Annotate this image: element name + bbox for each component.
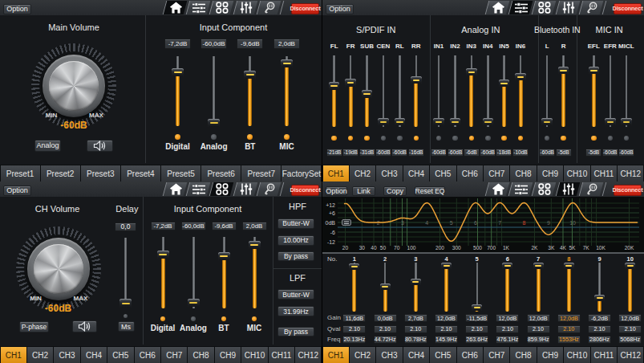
- svg-text:6: 6: [474, 220, 477, 226]
- svg-text:3K: 3K: [548, 245, 555, 251]
- svg-text:2K: 2K: [531, 245, 538, 251]
- svg-text:1K: 1K: [503, 245, 510, 251]
- svg-text:20K: 20K: [625, 245, 634, 251]
- svg-text:-6: -6: [330, 230, 335, 235]
- svg-text:200: 200: [435, 245, 444, 251]
- svg-text:7: 7: [498, 220, 501, 226]
- svg-text:-12: -12: [327, 239, 335, 245]
- svg-text:8: 8: [523, 220, 526, 226]
- svg-text:0dB: 0dB: [326, 220, 336, 226]
- svg-text:70: 70: [394, 245, 400, 251]
- svg-text:30: 30: [359, 245, 366, 251]
- svg-text:20: 20: [342, 245, 349, 251]
- svg-text:50: 50: [380, 245, 387, 251]
- svg-text:4K: 4K: [560, 245, 567, 251]
- svg-text:5: 5: [450, 220, 453, 226]
- svg-text:9: 9: [547, 220, 550, 226]
- svg-text:+12: +12: [326, 202, 335, 208]
- svg-text:300: 300: [452, 245, 461, 251]
- svg-text:10K: 10K: [596, 245, 606, 251]
- svg-text:10: 10: [569, 220, 576, 226]
- svg-text:4: 4: [425, 220, 428, 226]
- svg-text:7K: 7K: [583, 245, 590, 251]
- svg-text:3: 3: [401, 220, 404, 226]
- svg-text:5K: 5K: [569, 245, 576, 251]
- svg-text:500: 500: [473, 245, 482, 251]
- svg-text:700: 700: [487, 245, 496, 251]
- svg-text:100: 100: [407, 245, 415, 251]
- svg-text:+6: +6: [329, 210, 335, 216]
- svg-text:40: 40: [371, 245, 377, 251]
